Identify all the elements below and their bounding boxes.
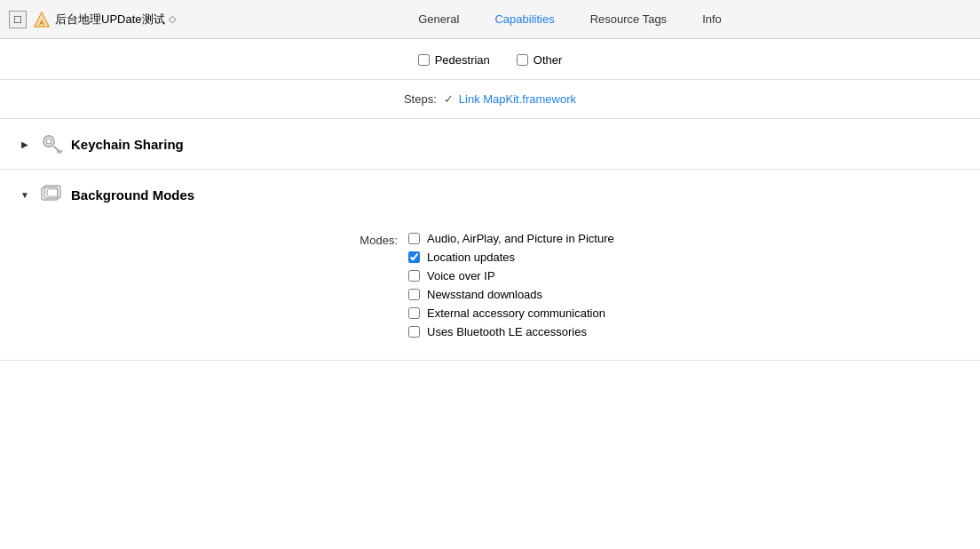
mode-audio: Audio, AirPlay, and Picture in Picture	[408, 232, 614, 245]
mode-newsstand-checkbox[interactable]	[408, 289, 420, 300]
mode-location-label: Location updates	[427, 251, 515, 264]
mode-voip-label: Voice over IP	[427, 269, 495, 282]
mode-location: Location updates	[408, 251, 614, 264]
other-checkbox[interactable]	[517, 54, 528, 66]
modes-label: Modes:	[0, 232, 408, 247]
top-section: Pedestrian Other	[0, 39, 980, 80]
main-content: Pedestrian Other Steps: ✓ Link MapKit.fr…	[0, 39, 980, 549]
stop-icon: □	[14, 12, 21, 26]
tab-resource-tags[interactable]: Resource Tags	[590, 9, 667, 29]
steps-link[interactable]: Link MapKit.framework	[459, 92, 576, 106]
svg-rect-10	[47, 189, 58, 196]
other-checkbox-item: Other	[517, 53, 563, 67]
background-modes-header[interactable]: ▼ Background Modes	[0, 170, 980, 219]
mode-external-accessory-label: External accessory communication	[427, 306, 605, 320]
background-modes-section: ▼ Background Modes Modes: Audio, AirPlay…	[0, 170, 980, 361]
steps-section: Steps: ✓ Link MapKit.framework	[0, 80, 980, 119]
mode-voip: Voice over IP	[408, 269, 614, 282]
mode-newsstand: Newsstand downloads	[408, 288, 614, 301]
pedestrian-label: Pedestrian	[435, 53, 490, 67]
scheme-chevron-icon[interactable]: ◇	[169, 13, 176, 25]
project-name[interactable]: 后台地理UPDate测试	[55, 12, 165, 28]
background-modes-icon	[39, 182, 64, 207]
tab-capabilities[interactable]: Capabilities	[494, 9, 554, 29]
keychain-sharing-title: Keychain Sharing	[71, 137, 184, 152]
background-expand-arrow: ▼	[18, 187, 32, 202]
steps-checkmark-icon: ✓	[444, 92, 454, 106]
mode-location-checkbox[interactable]	[408, 251, 420, 263]
tab-general[interactable]: General	[418, 9, 459, 29]
steps-label: Steps:	[404, 92, 437, 106]
top-checkbox-row: Pedestrian Other	[0, 53, 980, 79]
tab-bar: □ A 后台地理UPDate测试 ◇ General Capabilities …	[0, 0, 980, 39]
keychain-sharing-section: ▶ Keychain Sharing	[0, 119, 980, 170]
mode-newsstand-label: Newsstand downloads	[427, 288, 542, 301]
svg-text:A: A	[39, 19, 44, 27]
keychain-expand-arrow: ▶	[18, 137, 32, 151]
modes-row: Modes: Audio, AirPlay, and Picture in Pi…	[0, 228, 980, 342]
other-label: Other	[533, 53, 563, 67]
pedestrian-checkbox[interactable]	[418, 54, 430, 66]
tabs-center: General Capabilities Resource Tags Info	[249, 9, 891, 29]
modes-list: Audio, AirPlay, and Picture in Picture L…	[408, 232, 614, 338]
svg-point-4	[46, 139, 51, 144]
mode-audio-checkbox[interactable]	[408, 233, 420, 244]
mode-bluetooth: Uses Bluetooth LE accessories	[408, 325, 614, 338]
tab-info[interactable]: Info	[702, 9, 722, 29]
tab-bar-left: □ A 后台地理UPDate测试 ◇	[0, 11, 249, 28]
mode-bluetooth-checkbox[interactable]	[408, 326, 420, 338]
mode-bluetooth-label: Uses Bluetooth LE accessories	[427, 325, 587, 338]
background-modes-title: Background Modes	[71, 187, 194, 203]
mode-audio-label: Audio, AirPlay, and Picture in Picture	[427, 232, 614, 245]
pedestrian-checkbox-item: Pedestrian	[418, 53, 490, 67]
svg-point-3	[43, 136, 54, 147]
scheme-icon: A	[34, 12, 50, 28]
mode-voip-checkbox[interactable]	[408, 270, 420, 282]
background-modes-body: Modes: Audio, AirPlay, and Picture in Pi…	[0, 219, 980, 360]
stop-button[interactable]: □	[9, 11, 27, 28]
mode-external-accessory-checkbox[interactable]	[408, 307, 420, 319]
keychain-sharing-header[interactable]: ▶ Keychain Sharing	[0, 119, 980, 169]
keychain-icon	[39, 131, 64, 156]
mode-external-accessory: External accessory communication	[408, 306, 614, 320]
